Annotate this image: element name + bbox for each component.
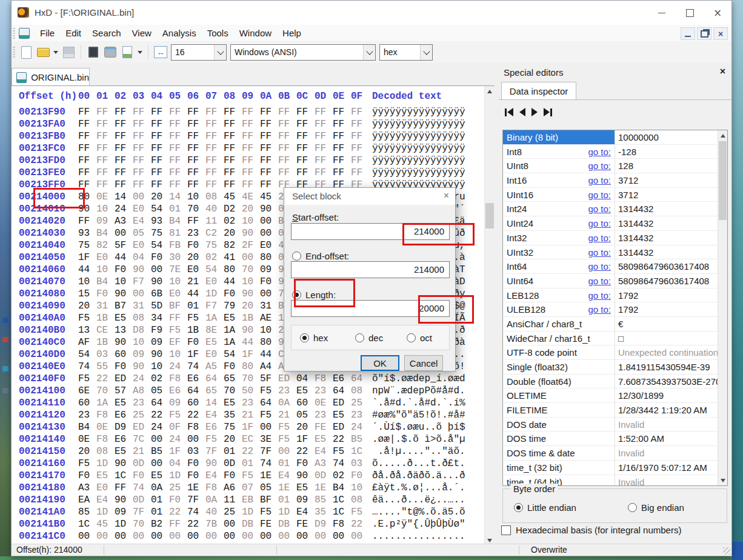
hex-byte[interactable]: FF: [260, 143, 278, 154]
hex-byte[interactable]: F0: [224, 361, 242, 372]
inspector-value[interactable]: 1/16/1970 5:07:12 AM: [618, 462, 707, 473]
hex-byte[interactable]: 02: [333, 470, 351, 481]
scroll-up-button[interactable]: [485, 86, 495, 96]
inspector-row[interactable]: Int16go to:3712: [503, 173, 727, 188]
hex-byte[interactable]: FF: [187, 119, 205, 130]
panel-close-button[interactable]: ×: [720, 66, 725, 77]
hex-byte[interactable]: FF: [278, 119, 296, 130]
hex-byte[interactable]: 24: [151, 422, 169, 433]
hex-byte[interactable]: FF: [205, 131, 224, 142]
decoded-text[interactable]: ÿÿÿÿÿÿÿÿÿÿÿÿÿÿÿÿ: [372, 143, 465, 154]
tab-original-bin[interactable]: ORIGINAL.bin: [12, 68, 90, 86]
hex-byte[interactable]: FF: [351, 155, 369, 166]
hex-byte[interactable]: FF: [115, 131, 133, 142]
hex-byte[interactable]: 90: [115, 337, 133, 348]
hex-byte[interactable]: 1A: [205, 313, 224, 324]
hex-byte[interactable]: FF: [205, 167, 224, 178]
hex-byte[interactable]: 80: [224, 264, 242, 275]
hex-byte[interactable]: 7F: [187, 495, 205, 505]
hex-byte[interactable]: 00: [187, 531, 205, 542]
hex-byte[interactable]: 60: [115, 349, 133, 360]
hex-byte[interactable]: 24: [115, 204, 133, 215]
hex-byte[interactable]: 00: [351, 531, 369, 542]
hex-byte[interactable]: 35: [315, 507, 333, 518]
hex-byte[interactable]: 00: [115, 228, 133, 239]
hex-byte[interactable]: 20: [224, 434, 242, 445]
cancel-button[interactable]: Cancel: [404, 355, 443, 371]
hex-byte[interactable]: A4: [260, 361, 278, 372]
hex-row[interactable]: 00213FA0FFFFFFFFFFFFFFFFFFFFFFFFFFFFFFFF…: [12, 119, 485, 131]
hex-byte[interactable]: 02: [151, 373, 169, 384]
hex-byte[interactable]: 74: [187, 507, 205, 518]
hex-byte[interactable]: B4: [96, 228, 115, 239]
hex-byte[interactable]: E4: [205, 470, 224, 481]
hex-byte[interactable]: 10: [169, 276, 187, 287]
hex-byte[interactable]: F0: [260, 276, 278, 287]
hex-byte[interactable]: F8: [96, 434, 115, 445]
hex-byte[interactable]: F0: [187, 240, 205, 251]
hex-byte[interactable]: F5: [205, 434, 224, 445]
hex-byte[interactable]: A3: [115, 216, 133, 227]
hex-byte[interactable]: 1B: [96, 337, 115, 348]
hex-byte[interactable]: 64: [187, 385, 205, 396]
hex-byte[interactable]: FF: [115, 119, 133, 130]
hex-byte[interactable]: 93: [151, 216, 169, 227]
hex-byte[interactable]: 25: [169, 482, 187, 493]
hex-byte[interactable]: FF: [278, 143, 296, 154]
hex-byte[interactable]: FF: [169, 107, 187, 118]
resize-grip[interactable]: [723, 547, 730, 555]
hex-byte[interactable]: 64: [205, 373, 224, 384]
hex-byte[interactable]: F0: [296, 458, 315, 469]
hex-byte[interactable]: 00: [260, 288, 278, 299]
hex-byte[interactable]: 1F: [242, 422, 260, 433]
hex-row[interactable]: 002141C000000000000000000000000000000000…: [12, 531, 485, 543]
hex-byte[interactable]: FF: [169, 167, 187, 178]
hex-byte[interactable]: 09: [115, 507, 133, 518]
hex-byte[interactable]: FF: [260, 155, 278, 166]
hex-byte[interactable]: FF: [78, 167, 96, 178]
hex-byte[interactable]: 1A: [96, 398, 115, 408]
hex-byte[interactable]: 79: [224, 301, 242, 312]
save-file-button[interactable]: [61, 45, 76, 59]
hex-byte[interactable]: F5: [260, 410, 278, 421]
hex-byte[interactable]: 01: [278, 495, 296, 505]
hex-byte[interactable]: FF: [115, 155, 133, 166]
hex-byte[interactable]: E0: [133, 240, 151, 251]
hex-byte[interactable]: FF: [296, 131, 315, 142]
hex-byte[interactable]: E6: [169, 385, 187, 396]
decoded-text[interactable]: ÿÿÿÿÿÿÿÿÿÿÿÿÿÿÿÿ: [372, 119, 465, 130]
hex-byte[interactable]: 10: [351, 482, 369, 493]
hex-byte[interactable]: 45: [260, 192, 278, 202]
hex-byte[interactable]: E5: [115, 446, 133, 457]
hex-byte[interactable]: 54: [224, 349, 242, 360]
hex-byte[interactable]: E0: [205, 349, 224, 360]
hex-byte[interactable]: FF: [169, 519, 187, 530]
hex-basis-checkbox[interactable]: [501, 525, 511, 535]
hex-byte[interactable]: 20: [78, 446, 96, 457]
hex-byte[interactable]: FF: [333, 155, 351, 166]
pane-splitter[interactable]: [495, 63, 499, 545]
hex-byte[interactable]: FF: [242, 143, 260, 154]
hex-byte[interactable]: 1D: [278, 507, 296, 518]
next-byte-button[interactable]: [531, 107, 538, 118]
hex-byte[interactable]: E6: [187, 373, 205, 384]
go-to-link[interactable]: go to:: [503, 190, 611, 200]
hex-byte[interactable]: FF: [315, 119, 333, 130]
hex-byte[interactable]: 05: [260, 482, 278, 493]
hex-byte[interactable]: F0: [351, 470, 369, 481]
hex-byte[interactable]: EB: [242, 495, 260, 505]
hex-byte[interactable]: 00: [224, 531, 242, 542]
open-disk-image-button[interactable]: [120, 45, 135, 59]
hex-byte[interactable]: 1F: [169, 446, 187, 457]
hex-byte[interactable]: E5: [205, 337, 224, 348]
encoding-select[interactable]: Windows (ANSI): [230, 44, 376, 61]
hex-byte[interactable]: FF: [242, 131, 260, 142]
hex-byte[interactable]: 10: [96, 204, 115, 215]
hex-byte[interactable]: FF: [260, 119, 278, 130]
hex-byte[interactable]: 24: [351, 422, 369, 433]
hex-byte[interactable]: 90: [133, 361, 151, 372]
hex-byte[interactable]: E6: [205, 422, 224, 433]
tab-data-inspector[interactable]: Data inspector: [501, 82, 576, 100]
hex-byte[interactable]: FF: [351, 167, 369, 178]
hex-byte[interactable]: 40: [205, 507, 224, 518]
